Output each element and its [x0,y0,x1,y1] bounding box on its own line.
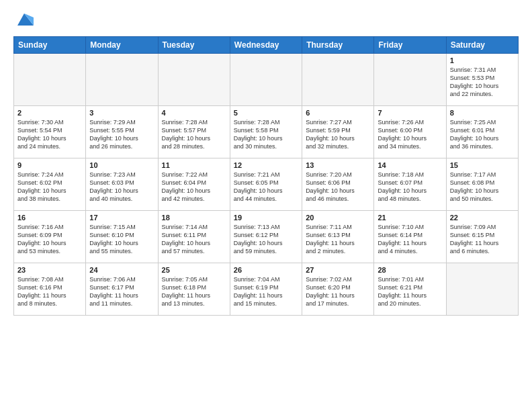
day-number: 27 [306,266,370,274]
day-cell [158,54,230,106]
week-row-2: 9Sunrise: 7:24 AM Sunset: 6:02 PM Daylig… [14,158,519,211]
day-cell: 13Sunrise: 7:20 AM Sunset: 6:06 PM Dayli… [302,158,374,211]
day-number: 17 [89,214,154,222]
day-number: 6 [306,109,370,117]
day-number: 11 [162,161,226,169]
day-info: Sunrise: 7:24 AM Sunset: 6:02 PM Dayligh… [17,171,82,203]
day-cell: 7Sunrise: 7:26 AM Sunset: 6:00 PM Daylig… [374,106,446,158]
day-number: 3 [89,109,154,117]
day-cell: 27Sunrise: 7:02 AM Sunset: 6:20 PM Dayli… [302,263,374,316]
day-number: 1 [450,56,515,64]
day-cell: 24Sunrise: 7:06 AM Sunset: 6:17 PM Dayli… [86,263,158,316]
day-info: Sunrise: 7:22 AM Sunset: 6:04 PM Dayligh… [162,171,226,203]
page: SundayMondayTuesdayWednesdayThursdayFrid… [0,0,532,411]
day-cell: 23Sunrise: 7:08 AM Sunset: 6:16 PM Dayli… [14,263,86,316]
day-cell: 11Sunrise: 7:22 AM Sunset: 6:04 PM Dayli… [158,158,230,211]
day-info: Sunrise: 7:23 AM Sunset: 6:03 PM Dayligh… [89,171,154,203]
day-number: 14 [378,161,442,169]
day-number: 16 [17,214,82,222]
day-cell [230,54,302,106]
day-info: Sunrise: 7:25 AM Sunset: 6:01 PM Dayligh… [450,118,515,151]
day-number: 2 [17,109,82,117]
weekday-header-friday: Friday [374,37,446,54]
weekday-header-row: SundayMondayTuesdayWednesdayThursdayFrid… [14,37,519,54]
day-number: 20 [306,214,370,222]
weekday-header-saturday: Saturday [446,37,518,54]
day-number: 21 [378,214,442,222]
weekday-header-thursday: Thursday [302,37,374,54]
day-cell: 1Sunrise: 7:31 AM Sunset: 5:53 PM Daylig… [446,54,518,106]
day-number: 8 [450,109,515,117]
day-cell [302,54,374,106]
day-info: Sunrise: 7:28 AM Sunset: 5:58 PM Dayligh… [234,118,298,151]
day-info: Sunrise: 7:29 AM Sunset: 5:55 PM Dayligh… [89,118,154,151]
day-info: Sunrise: 7:30 AM Sunset: 5:54 PM Dayligh… [17,118,82,151]
day-info: Sunrise: 7:01 AM Sunset: 6:21 PM Dayligh… [378,275,442,308]
day-info: Sunrise: 7:11 AM Sunset: 6:13 PM Dayligh… [306,223,370,256]
day-number: 25 [162,266,226,274]
day-cell [14,54,86,106]
day-number: 28 [378,266,442,274]
day-info: Sunrise: 7:13 AM Sunset: 6:12 PM Dayligh… [234,223,298,256]
day-cell [446,263,518,316]
day-cell: 19Sunrise: 7:13 AM Sunset: 6:12 PM Dayli… [230,211,302,263]
day-info: Sunrise: 7:05 AM Sunset: 6:18 PM Dayligh… [162,275,226,308]
weekday-header-wednesday: Wednesday [230,37,302,54]
day-info: Sunrise: 7:09 AM Sunset: 6:15 PM Dayligh… [450,223,515,256]
day-number: 10 [89,161,154,169]
day-number: 19 [234,214,298,222]
day-number: 15 [450,161,515,169]
day-cell: 21Sunrise: 7:10 AM Sunset: 6:14 PM Dayli… [374,211,446,263]
header [13,11,519,30]
day-info: Sunrise: 7:18 AM Sunset: 6:07 PM Dayligh… [378,171,442,203]
day-info: Sunrise: 7:10 AM Sunset: 6:14 PM Dayligh… [378,223,442,256]
day-cell: 16Sunrise: 7:16 AM Sunset: 6:09 PM Dayli… [14,211,86,263]
weekday-header-monday: Monday [86,37,158,54]
logo-icon [15,11,34,30]
day-cell: 22Sunrise: 7:09 AM Sunset: 6:15 PM Dayli… [446,211,518,263]
day-info: Sunrise: 7:02 AM Sunset: 6:20 PM Dayligh… [306,275,370,308]
week-row-0: 1Sunrise: 7:31 AM Sunset: 5:53 PM Daylig… [14,54,519,106]
day-cell: 12Sunrise: 7:21 AM Sunset: 6:05 PM Dayli… [230,158,302,211]
day-number: 24 [89,266,154,274]
day-cell: 5Sunrise: 7:28 AM Sunset: 5:58 PM Daylig… [230,106,302,158]
day-number: 9 [17,161,82,169]
day-info: Sunrise: 7:06 AM Sunset: 6:17 PM Dayligh… [89,275,154,308]
day-cell: 3Sunrise: 7:29 AM Sunset: 5:55 PM Daylig… [86,106,158,158]
day-number: 4 [162,109,226,117]
day-cell [86,54,158,106]
day-cell: 17Sunrise: 7:15 AM Sunset: 6:10 PM Dayli… [86,211,158,263]
day-number: 13 [306,161,370,169]
day-info: Sunrise: 7:15 AM Sunset: 6:10 PM Dayligh… [89,223,154,256]
day-number: 18 [162,214,226,222]
day-cell [374,54,446,106]
day-info: Sunrise: 7:31 AM Sunset: 5:53 PM Dayligh… [450,66,515,99]
day-info: Sunrise: 7:28 AM Sunset: 5:57 PM Dayligh… [162,118,226,151]
day-number: 26 [234,266,298,274]
logo [13,11,34,30]
day-cell: 26Sunrise: 7:04 AM Sunset: 6:19 PM Dayli… [230,263,302,316]
day-number: 22 [450,214,515,222]
day-number: 5 [234,109,298,117]
day-cell: 15Sunrise: 7:17 AM Sunset: 6:08 PM Dayli… [446,158,518,211]
day-cell: 10Sunrise: 7:23 AM Sunset: 6:03 PM Dayli… [86,158,158,211]
day-cell: 28Sunrise: 7:01 AM Sunset: 6:21 PM Dayli… [374,263,446,316]
weekday-header-tuesday: Tuesday [158,37,230,54]
day-cell: 20Sunrise: 7:11 AM Sunset: 6:13 PM Dayli… [302,211,374,263]
day-cell: 14Sunrise: 7:18 AM Sunset: 6:07 PM Dayli… [374,158,446,211]
day-info: Sunrise: 7:26 AM Sunset: 6:00 PM Dayligh… [378,118,442,151]
day-number: 23 [17,266,82,274]
calendar: SundayMondayTuesdayWednesdayThursdayFrid… [13,36,519,316]
day-cell: 18Sunrise: 7:14 AM Sunset: 6:11 PM Dayli… [158,211,230,263]
day-info: Sunrise: 7:21 AM Sunset: 6:05 PM Dayligh… [234,171,298,203]
week-row-3: 16Sunrise: 7:16 AM Sunset: 6:09 PM Dayli… [14,211,519,263]
day-cell: 6Sunrise: 7:27 AM Sunset: 5:59 PM Daylig… [302,106,374,158]
day-info: Sunrise: 7:08 AM Sunset: 6:16 PM Dayligh… [17,275,82,308]
day-info: Sunrise: 7:20 AM Sunset: 6:06 PM Dayligh… [306,171,370,203]
day-number: 12 [234,161,298,169]
weekday-header-sunday: Sunday [14,37,86,54]
day-info: Sunrise: 7:17 AM Sunset: 6:08 PM Dayligh… [450,171,515,203]
day-cell: 2Sunrise: 7:30 AM Sunset: 5:54 PM Daylig… [14,106,86,158]
day-cell: 4Sunrise: 7:28 AM Sunset: 5:57 PM Daylig… [158,106,230,158]
day-info: Sunrise: 7:16 AM Sunset: 6:09 PM Dayligh… [17,223,82,256]
